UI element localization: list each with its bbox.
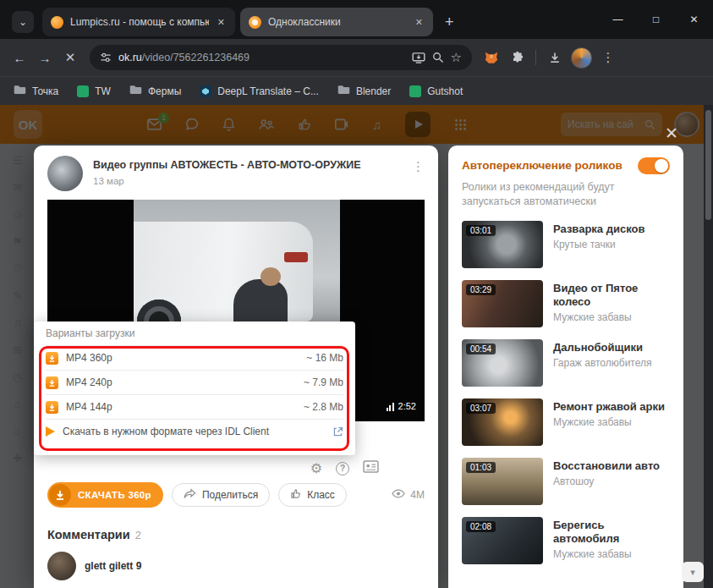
modal-close-icon[interactable]: ✕ [665,125,678,141]
tab-close-icon[interactable]: ✕ [216,15,227,30]
forward-button[interactable]: → [32,45,58,70]
group-avatar[interactable] [47,156,83,191]
recommendations-panel: Автопереключение роликов Ролики из реком… [448,146,683,588]
bookmark-star-icon[interactable]: ☆ [451,50,462,65]
person-head [261,267,281,286]
site-settings-icon[interactable] [100,52,112,63]
post-title[interactable]: Видео группы АВТОЖЕСТЬ - АВТО-МОТО-ОРУЖИ… [93,159,406,171]
bookmark-tochka[interactable]: Точка [14,85,58,97]
download-option-360p[interactable]: MP4 360p ~ 16 Mb [46,345,343,370]
video-thumbnail[interactable]: 02:08 [462,517,543,564]
recommended-video-item[interactable]: 03:01 Разварка дисковКрутые тачки [462,221,670,268]
download-360p-button[interactable]: СКАЧАТЬ 360p [47,482,163,508]
video-title[interactable]: Ремонт ржавой арки [553,400,665,414]
video-thumbnail[interactable]: 01:03 [462,458,543,505]
address-bar[interactable]: ok.ru/video/7562261236469 ☆ [90,45,472,70]
comment-item[interactable]: glett gilett 9 [47,552,141,580]
zoom-icon[interactable] [432,52,444,63]
browser-menu-icon[interactable]: ⋮ [595,45,621,70]
post-date[interactable]: 13 мар [93,176,124,186]
bookmark-tw[interactable]: TW [77,85,111,97]
downloads-icon[interactable] [542,45,568,70]
recommended-video-item[interactable]: 03:29 Видео от Пятое колесоМужские забав… [462,280,670,327]
lumpics-favicon-icon [51,16,63,29]
help-icon[interactable]: ? [336,462,349,475]
option-size: ~ 7.9 Mb [304,376,343,388]
bookmark-fermy[interactable]: Фермы [129,85,181,97]
tab-close-icon[interactable]: ✕ [414,15,425,30]
video-thumbnail[interactable]: 03:01 [462,221,543,268]
recommended-video-item[interactable]: 02:08 Берегись автомобиляМужские забавы [462,517,670,564]
option-size: ~ 16 Mb [306,352,343,364]
car-taillight [284,252,308,262]
new-tab-button[interactable]: + [445,14,454,31]
tw-icon [77,85,89,97]
bookmark-blender[interactable]: Blender [337,85,391,97]
scrollbar-thumb[interactable] [705,110,711,220]
video-thumbnail[interactable]: 00:54 [462,339,543,387]
download-options-popup: Варианты загрузки MP4 360p ~ 16 Mb MP4 2… [34,321,355,455]
share-button[interactable]: Поделиться [172,483,270,507]
metamask-extension-icon[interactable] [479,45,504,70]
bookmark-label: Фермы [148,85,181,97]
autoplay-toggle[interactable] [638,157,670,174]
thumb-duration-badge: 00:54 [466,343,496,354]
settings-gear-icon[interactable]: ⚙ [310,460,322,476]
chevron-down-icon: ⌄ [19,16,27,28]
scroll-down-button[interactable]: ▾ [682,562,704,582]
tab-lumpics[interactable]: Lumpics.ru - помощь с компью ✕ [42,8,235,36]
profile-avatar[interactable] [571,47,592,69]
video-modal: Видео группы АВТОЖЕСТЬ - АВТО-МОТО-ОРУЖИ… [34,146,438,588]
video-title[interactable]: Восстановили авто [553,459,660,473]
video-title[interactable]: Берегись автомобиля [553,519,670,547]
tab-search-button[interactable]: ⌄ [12,11,34,33]
option-size: ~ 2.8 Mb [304,401,343,413]
back-button[interactable]: ← [7,45,32,70]
gutshot-icon [409,85,421,97]
bookmark-deepl[interactable]: DeepL Translate – C... [200,85,319,97]
post-menu-icon[interactable]: ⋮ [412,159,425,174]
scrollbar[interactable] [704,105,713,588]
autoplay-header: Автопереключение роликов [462,157,670,174]
quality-bars-icon [387,403,394,411]
stop-button[interactable]: ✕ [58,45,83,70]
url-path: /video/7562261236469 [142,52,250,63]
eye-icon [392,489,405,501]
video-title[interactable]: Дальнобойщики [553,341,651,354]
video-thumbnail[interactable]: 03:29 [462,280,543,327]
video-thumbnail[interactable]: 03:07 [462,398,543,446]
download-option-144p[interactable]: MP4 144p ~ 2.8 Mb [46,394,343,419]
video-title[interactable]: Видео от Пятое колесо [553,282,670,310]
bookmark-gutshot[interactable]: Gutshot [409,85,463,97]
id-card-icon[interactable] [363,460,379,476]
video-title[interactable]: Разварка дисков [553,223,644,236]
url-text: ok.ru/video/7562261236469 [118,52,405,63]
window-controls: — □ ✕ [599,0,713,39]
download-idl-client-option[interactable]: Скачать в нужном формате через IDL Clien… [46,419,343,443]
recommended-video-item[interactable]: 03:07 Ремонт ржавой аркиМужские забавы [462,398,670,446]
recommended-video-item[interactable]: 00:54 ДальнобойщикиГараж автолюбителя [462,339,670,387]
window-close-button[interactable]: ✕ [675,0,713,39]
views-count: 4M [410,489,425,501]
like-klass-button[interactable]: Класс [278,483,347,507]
tab-odnoklassniki[interactable]: Одноклассники ✕ [240,8,433,36]
install-app-icon[interactable] [412,52,425,64]
views-counter: 4M [392,489,425,501]
window-maximize-button[interactable]: □ [637,0,675,39]
window-minimize-button[interactable]: — [599,0,637,39]
browser-toolbar: ← → ✕ ok.ru/video/7562261236469 ☆ ⋮ [0,39,713,76]
option-label: MP4 144p [66,401,112,413]
extensions-puzzle-icon[interactable] [504,45,529,70]
external-link-icon[interactable] [332,426,343,437]
idl-arrow-icon [46,426,55,437]
thumb-duration-badge: 01:03 [466,462,496,473]
mp4-file-icon [46,376,58,389]
autoplay-description: Ролики из рекомендаций будут запускаться… [462,180,641,209]
commenter-avatar[interactable] [47,552,76,580]
download-option-240p[interactable]: MP4 240p ~ 7.9 Mb [46,370,343,394]
recommended-video-item[interactable]: 01:03 Восстановили автоАвтошоу [462,458,670,505]
comments-title: Комментарии [47,528,130,541]
commenter-name[interactable]: glett gilett 9 [85,560,141,572]
popup-tool-icons: ⚙ ? [310,460,379,476]
ok-favicon-icon [249,16,261,29]
